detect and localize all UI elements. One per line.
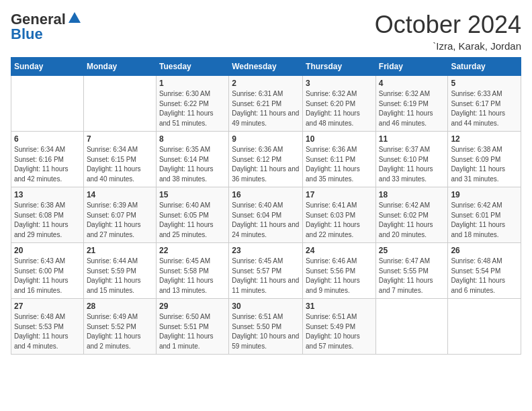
day-info: Sunrise: 6:35 AM Sunset: 6:14 PM Dayligh… bbox=[159, 145, 226, 184]
calendar-cell bbox=[375, 299, 448, 355]
day-info: Sunrise: 6:47 AM Sunset: 5:55 PM Dayligh… bbox=[379, 257, 445, 295]
calendar-cell: 12Sunrise: 6:38 AM Sunset: 6:09 PM Dayli… bbox=[448, 132, 521, 187]
logo: General Blue bbox=[11, 11, 82, 43]
day-number: 1 bbox=[159, 79, 226, 88]
day-number: 16 bbox=[232, 190, 300, 199]
logo-icon bbox=[67, 11, 82, 26]
header-day-thursday: Thursday bbox=[303, 58, 376, 76]
calendar-cell bbox=[448, 299, 521, 355]
header-day-monday: Monday bbox=[83, 58, 156, 76]
day-info: Sunrise: 6:45 AM Sunset: 5:57 PM Dayligh… bbox=[232, 257, 300, 295]
week-row-3: 13Sunrise: 6:38 AM Sunset: 6:08 PM Dayli… bbox=[11, 187, 521, 243]
day-number: 17 bbox=[306, 190, 373, 199]
day-number: 12 bbox=[451, 134, 518, 144]
day-number: 19 bbox=[451, 190, 518, 199]
page-header: General Blue October 2024 `Izra, Karak, … bbox=[11, 11, 521, 52]
calendar-cell: 1Sunrise: 6:30 AM Sunset: 6:22 PM Daylig… bbox=[156, 76, 228, 132]
header-day-saturday: Saturday bbox=[448, 58, 521, 76]
calendar-cell: 16Sunrise: 6:40 AM Sunset: 6:04 PM Dayli… bbox=[229, 187, 303, 243]
day-number: 30 bbox=[232, 302, 300, 311]
day-info: Sunrise: 6:38 AM Sunset: 6:08 PM Dayligh… bbox=[14, 201, 81, 240]
day-number: 18 bbox=[379, 190, 445, 199]
day-info: Sunrise: 6:36 AM Sunset: 6:12 PM Dayligh… bbox=[232, 145, 300, 184]
day-info: Sunrise: 6:43 AM Sunset: 6:00 PM Dayligh… bbox=[14, 257, 81, 295]
day-number: 25 bbox=[379, 246, 445, 255]
calendar-table: SundayMondayTuesdayWednesdayThursdayFrid… bbox=[11, 57, 521, 355]
week-row-1: 1Sunrise: 6:30 AM Sunset: 6:22 PM Daylig… bbox=[11, 76, 521, 132]
day-number: 22 bbox=[159, 246, 226, 255]
day-info: Sunrise: 6:45 AM Sunset: 5:58 PM Dayligh… bbox=[159, 257, 226, 295]
calendar-cell: 6Sunrise: 6:34 AM Sunset: 6:16 PM Daylig… bbox=[11, 132, 84, 187]
header-row: SundayMondayTuesdayWednesdayThursdayFrid… bbox=[11, 58, 521, 76]
day-info: Sunrise: 6:31 AM Sunset: 6:21 PM Dayligh… bbox=[232, 89, 300, 128]
day-number: 20 bbox=[14, 246, 81, 255]
calendar-cell: 5Sunrise: 6:33 AM Sunset: 6:17 PM Daylig… bbox=[448, 76, 521, 132]
day-info: Sunrise: 6:34 AM Sunset: 6:15 PM Dayligh… bbox=[87, 145, 153, 184]
calendar-cell: 2Sunrise: 6:31 AM Sunset: 6:21 PM Daylig… bbox=[229, 76, 303, 132]
day-info: Sunrise: 6:40 AM Sunset: 6:05 PM Dayligh… bbox=[159, 201, 226, 240]
week-row-5: 27Sunrise: 6:48 AM Sunset: 5:53 PM Dayli… bbox=[11, 299, 521, 355]
day-info: Sunrise: 6:30 AM Sunset: 6:22 PM Dayligh… bbox=[159, 89, 226, 128]
calendar-cell: 24Sunrise: 6:46 AM Sunset: 5:56 PM Dayli… bbox=[303, 243, 376, 299]
calendar-cell: 13Sunrise: 6:38 AM Sunset: 6:08 PM Dayli… bbox=[11, 187, 84, 243]
calendar-cell: 26Sunrise: 6:48 AM Sunset: 5:54 PM Dayli… bbox=[448, 243, 521, 299]
day-info: Sunrise: 6:51 AM Sunset: 5:49 PM Dayligh… bbox=[306, 312, 373, 351]
calendar-cell: 7Sunrise: 6:34 AM Sunset: 6:15 PM Daylig… bbox=[83, 132, 156, 187]
calendar-cell: 28Sunrise: 6:49 AM Sunset: 5:52 PM Dayli… bbox=[83, 299, 156, 355]
day-number: 9 bbox=[232, 134, 300, 144]
calendar-cell: 17Sunrise: 6:41 AM Sunset: 6:03 PM Dayli… bbox=[303, 187, 376, 243]
day-info: Sunrise: 6:39 AM Sunset: 6:07 PM Dayligh… bbox=[87, 201, 153, 240]
day-number: 21 bbox=[87, 246, 153, 255]
calendar-header: SundayMondayTuesdayWednesdayThursdayFrid… bbox=[11, 58, 521, 76]
calendar-cell: 30Sunrise: 6:51 AM Sunset: 5:50 PM Dayli… bbox=[229, 299, 303, 355]
day-number: 11 bbox=[379, 134, 445, 144]
location-text: `Izra, Karak, Jordan bbox=[375, 40, 521, 52]
day-number: 24 bbox=[306, 246, 373, 255]
day-info: Sunrise: 6:36 AM Sunset: 6:11 PM Dayligh… bbox=[306, 145, 373, 184]
day-number: 31 bbox=[306, 302, 373, 311]
day-info: Sunrise: 6:32 AM Sunset: 6:19 PM Dayligh… bbox=[379, 89, 445, 128]
header-day-sunday: Sunday bbox=[11, 58, 84, 76]
logo-blue-text: Blue bbox=[11, 26, 43, 43]
day-info: Sunrise: 6:50 AM Sunset: 5:51 PM Dayligh… bbox=[159, 312, 226, 351]
day-info: Sunrise: 6:34 AM Sunset: 6:16 PM Dayligh… bbox=[14, 145, 81, 184]
day-info: Sunrise: 6:33 AM Sunset: 6:17 PM Dayligh… bbox=[451, 89, 518, 128]
day-number: 26 bbox=[451, 246, 518, 255]
calendar-cell: 4Sunrise: 6:32 AM Sunset: 6:19 PM Daylig… bbox=[375, 76, 448, 132]
header-day-friday: Friday bbox=[375, 58, 448, 76]
day-info: Sunrise: 6:44 AM Sunset: 5:59 PM Dayligh… bbox=[87, 257, 153, 295]
day-info: Sunrise: 6:46 AM Sunset: 5:56 PM Dayligh… bbox=[306, 257, 373, 295]
day-number: 14 bbox=[87, 190, 153, 199]
day-info: Sunrise: 6:48 AM Sunset: 5:53 PM Dayligh… bbox=[14, 312, 81, 351]
calendar-cell: 20Sunrise: 6:43 AM Sunset: 6:00 PM Dayli… bbox=[11, 243, 84, 299]
week-row-2: 6Sunrise: 6:34 AM Sunset: 6:16 PM Daylig… bbox=[11, 132, 521, 187]
calendar-cell: 22Sunrise: 6:45 AM Sunset: 5:58 PM Dayli… bbox=[156, 243, 228, 299]
header-day-wednesday: Wednesday bbox=[229, 58, 303, 76]
day-number: 28 bbox=[87, 302, 153, 311]
calendar-cell: 31Sunrise: 6:51 AM Sunset: 5:49 PM Dayli… bbox=[303, 299, 376, 355]
calendar-cell: 15Sunrise: 6:40 AM Sunset: 6:05 PM Dayli… bbox=[156, 187, 228, 243]
calendar-cell bbox=[11, 76, 84, 132]
day-number: 6 bbox=[14, 134, 81, 144]
calendar-cell: 27Sunrise: 6:48 AM Sunset: 5:53 PM Dayli… bbox=[11, 299, 84, 355]
calendar-cell: 19Sunrise: 6:42 AM Sunset: 6:01 PM Dayli… bbox=[448, 187, 521, 243]
day-info: Sunrise: 6:42 AM Sunset: 6:01 PM Dayligh… bbox=[451, 201, 518, 240]
day-number: 27 bbox=[14, 302, 81, 311]
calendar-body: 1Sunrise: 6:30 AM Sunset: 6:22 PM Daylig… bbox=[11, 76, 521, 355]
day-number: 7 bbox=[87, 134, 153, 144]
day-number: 2 bbox=[232, 79, 300, 88]
title-block: October 2024 `Izra, Karak, Jordan bbox=[375, 11, 521, 52]
day-number: 8 bbox=[159, 134, 226, 144]
calendar-cell: 8Sunrise: 6:35 AM Sunset: 6:14 PM Daylig… bbox=[156, 132, 228, 187]
day-info: Sunrise: 6:48 AM Sunset: 5:54 PM Dayligh… bbox=[451, 257, 518, 295]
calendar-cell: 18Sunrise: 6:42 AM Sunset: 6:02 PM Dayli… bbox=[375, 187, 448, 243]
day-info: Sunrise: 6:41 AM Sunset: 6:03 PM Dayligh… bbox=[306, 201, 373, 240]
calendar-cell: 23Sunrise: 6:45 AM Sunset: 5:57 PM Dayli… bbox=[229, 243, 303, 299]
calendar-cell: 11Sunrise: 6:37 AM Sunset: 6:10 PM Dayli… bbox=[375, 132, 448, 187]
day-info: Sunrise: 6:49 AM Sunset: 5:52 PM Dayligh… bbox=[87, 312, 153, 351]
week-row-4: 20Sunrise: 6:43 AM Sunset: 6:00 PM Dayli… bbox=[11, 243, 521, 299]
calendar-cell: 25Sunrise: 6:47 AM Sunset: 5:55 PM Dayli… bbox=[375, 243, 448, 299]
day-number: 4 bbox=[379, 79, 445, 88]
day-number: 13 bbox=[14, 190, 81, 199]
month-title: October 2024 bbox=[375, 11, 521, 39]
